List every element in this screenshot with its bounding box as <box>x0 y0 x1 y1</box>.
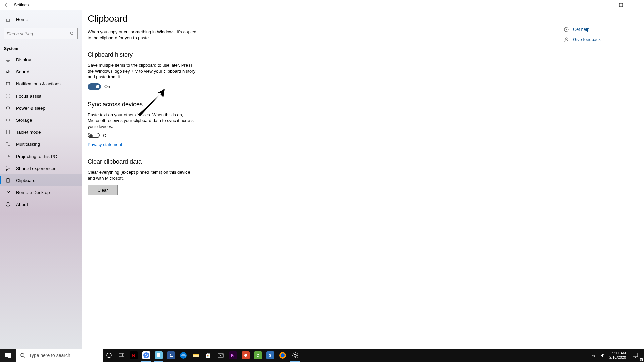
sidebar-item-notifications[interactable]: Notifications & actions <box>0 78 82 90</box>
cortana-icon <box>106 352 112 358</box>
svg-point-25 <box>8 203 8 203</box>
svg-point-19 <box>9 168 10 169</box>
section-desc-history: Save multiple items to the clipboard to … <box>88 62 198 80</box>
clear-button[interactable]: Clear <box>88 185 118 195</box>
close-button[interactable] <box>629 0 644 10</box>
svg-point-18 <box>6 166 7 167</box>
taskbar-app-chrome[interactable] <box>140 349 152 362</box>
multitasking-icon <box>5 142 11 146</box>
sidebar-item-label: Multitasking <box>16 142 40 147</box>
taskbar-app-camtasia[interactable]: C <box>252 349 264 362</box>
sidebar-item-power-sleep[interactable]: Power & sleep <box>0 102 82 114</box>
taskbar-search-placeholder: Type here to search <box>29 353 70 358</box>
taskbar-app-camtasia-rec[interactable] <box>239 349 252 362</box>
svg-rect-32 <box>8 355 11 358</box>
edge-icon <box>179 351 187 359</box>
svg-point-28 <box>565 38 567 40</box>
tray-time: 5:11 AM <box>609 351 626 355</box>
svg-rect-17 <box>6 155 8 157</box>
sidebar-item-about[interactable]: About <box>0 198 82 210</box>
store-icon <box>204 351 212 359</box>
sidebar-item-tablet-mode[interactable]: Tablet mode <box>0 126 82 138</box>
maximize-button[interactable] <box>613 0 629 10</box>
svg-rect-8 <box>6 82 10 85</box>
tray-overflow[interactable] <box>581 349 589 362</box>
taskbar-app-notepad[interactable] <box>152 349 165 362</box>
tray-wifi[interactable] <box>589 349 598 362</box>
svg-rect-63 <box>633 353 638 357</box>
taskbar-app-store[interactable] <box>202 349 214 362</box>
svg-rect-31 <box>5 355 8 357</box>
chevron-up-icon <box>583 354 587 357</box>
taskbar-search[interactable]: Type here to search <box>16 349 103 362</box>
svg-rect-47 <box>207 357 208 358</box>
sidebar-item-storage[interactable]: Storage <box>0 114 82 126</box>
about-icon <box>5 202 11 207</box>
search-icon <box>20 353 25 358</box>
taskbar-app-photos[interactable] <box>165 349 177 362</box>
svg-point-4 <box>70 32 73 35</box>
sidebar-item-label: About <box>16 202 28 207</box>
back-arrow-icon <box>3 2 9 8</box>
sidebar-item-focus-assist[interactable]: Focus assist <box>0 90 82 102</box>
sidebar-search[interactable] <box>4 28 78 39</box>
svg-point-12 <box>9 120 9 120</box>
taskbar-task-view[interactable] <box>115 349 127 362</box>
sidebar-section-label: System <box>0 42 82 54</box>
wifi-icon <box>591 353 596 358</box>
back-button[interactable] <box>0 2 12 8</box>
tray-clock[interactable]: 5:11 AM 2/16/2020 <box>607 351 629 359</box>
sidebar-item-label: Shared experiences <box>16 166 56 171</box>
taskbar-app-mail[interactable] <box>214 349 227 362</box>
sidebar-item-label: Focus assist <box>16 94 41 99</box>
sidebar-item-label: Tablet mode <box>16 130 41 135</box>
tray-volume[interactable] <box>598 349 607 362</box>
svg-point-50 <box>244 354 247 357</box>
volume-icon <box>600 353 605 358</box>
help-column: ? Get help Give feedback <box>564 27 631 47</box>
settings-icon <box>291 351 299 359</box>
taskbar-app-file-explorer[interactable] <box>190 349 202 362</box>
titlebar: Settings <box>0 0 644 10</box>
sidebar-item-display[interactable]: Display <box>0 54 82 66</box>
start-button[interactable] <box>0 349 16 362</box>
sidebar-item-label: Display <box>16 57 31 62</box>
tray-action-center[interactable]: 5 <box>629 349 642 362</box>
get-help-label: Get help <box>573 27 589 32</box>
taskbar-app-premiere[interactable]: Pr <box>227 349 239 362</box>
page-title: Clipboard <box>88 13 634 24</box>
svg-rect-29 <box>5 353 8 355</box>
sidebar-item-label: Clipboard <box>16 178 36 183</box>
sidebar-item-shared-experiences[interactable]: Shared experiences <box>0 162 82 174</box>
search-icon <box>69 31 75 36</box>
section-desc-clear: Clear everything (except pinned items) o… <box>88 169 198 181</box>
sidebar-item-projecting[interactable]: Projecting to this PC <box>0 150 82 162</box>
taskbar-app-firefox[interactable] <box>276 349 289 362</box>
mail-icon <box>217 351 225 359</box>
taskbar-cortana[interactable] <box>103 349 115 362</box>
chrome-icon <box>142 351 150 359</box>
get-help-link[interactable]: ? Get help <box>564 27 631 32</box>
svg-rect-48 <box>208 357 209 358</box>
toggle-clipboard-history[interactable] <box>88 83 101 90</box>
taskbar-app-settings[interactable] <box>289 349 301 362</box>
toggle-sync-devices[interactable] <box>88 133 100 138</box>
sidebar-search-input[interactable] <box>7 31 69 36</box>
give-feedback-link[interactable]: Give feedback <box>564 37 631 42</box>
minimize-button[interactable] <box>598 0 613 10</box>
taskbar-app-snagit[interactable]: S <box>264 349 276 362</box>
taskbar-app-netflix[interactable]: N <box>127 349 140 362</box>
sidebar-item-clipboard[interactable]: Clipboard <box>0 174 82 186</box>
sidebar-home[interactable]: Home <box>0 13 82 26</box>
sidebar-item-multitasking[interactable]: Multitasking <box>0 138 82 150</box>
photos-icon <box>167 351 175 359</box>
taskbar-app-edge[interactable] <box>177 349 190 362</box>
content-area: Clipboard When you copy or cut something… <box>82 10 644 349</box>
privacy-statement-link[interactable]: Privacy statement <box>88 142 122 147</box>
windows-logo-icon <box>5 353 11 358</box>
sidebar-item-sound[interactable]: Sound <box>0 66 82 78</box>
svg-text:?: ? <box>565 28 567 32</box>
svg-point-42 <box>170 354 171 355</box>
sidebar-item-remote-desktop[interactable]: Remote Desktop <box>0 186 82 198</box>
svg-line-58 <box>293 353 293 354</box>
